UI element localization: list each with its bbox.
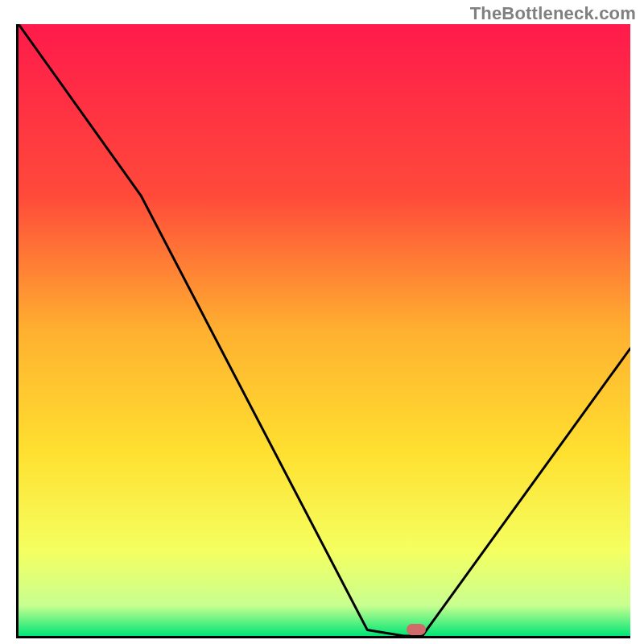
curve-layer: [19, 24, 630, 636]
plot-area: [16, 24, 630, 638]
chart-container: TheBottleneck.com: [0, 0, 644, 644]
watermark-text: TheBottleneck.com: [470, 3, 636, 24]
bottleneck-curve: [19, 24, 630, 636]
sweet-spot-marker: [407, 624, 426, 635]
